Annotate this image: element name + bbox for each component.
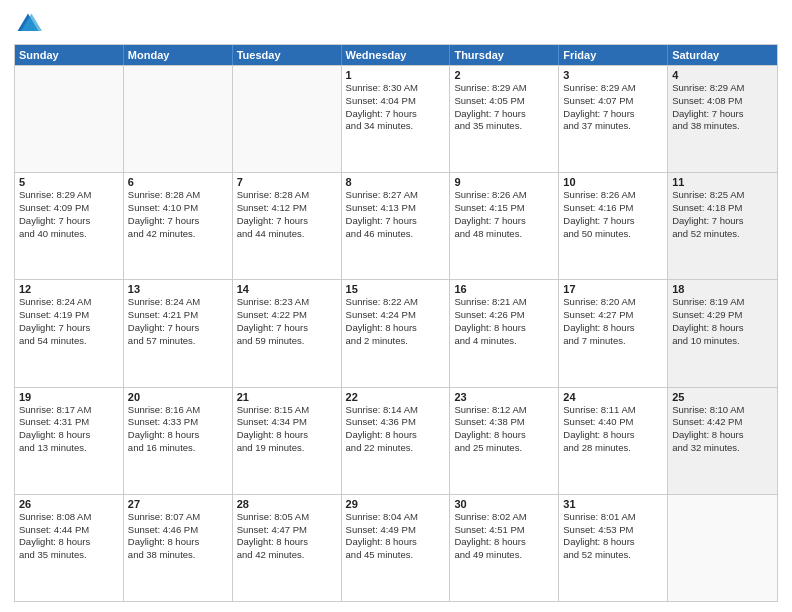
logo [14,10,46,38]
day-number: 6 [128,176,228,188]
calendar-header: SundayMondayTuesdayWednesdayThursdayFrid… [15,45,777,65]
cell-line: Sunset: 4:49 PM [346,524,446,537]
weekday-header-friday: Friday [559,45,668,65]
cell-line: Daylight: 7 hours [237,322,337,335]
cell-line: Sunset: 4:31 PM [19,416,119,429]
cal-cell: 16Sunrise: 8:21 AMSunset: 4:26 PMDayligh… [450,280,559,386]
day-number: 14 [237,283,337,295]
cal-cell: 11Sunrise: 8:25 AMSunset: 4:18 PMDayligh… [668,173,777,279]
cell-line: and 16 minutes. [128,442,228,455]
cell-line: Sunrise: 8:01 AM [563,511,663,524]
cal-cell: 14Sunrise: 8:23 AMSunset: 4:22 PMDayligh… [233,280,342,386]
day-number: 26 [19,498,119,510]
cell-line: Sunset: 4:27 PM [563,309,663,322]
cell-line: Sunrise: 8:24 AM [19,296,119,309]
day-number: 19 [19,391,119,403]
cal-cell: 21Sunrise: 8:15 AMSunset: 4:34 PMDayligh… [233,388,342,494]
cell-line: and 37 minutes. [563,120,663,133]
day-number: 21 [237,391,337,403]
cell-line: Sunset: 4:07 PM [563,95,663,108]
cell-line: Daylight: 7 hours [672,108,773,121]
cell-line: Daylight: 8 hours [346,429,446,442]
day-number: 16 [454,283,554,295]
cell-line: and 7 minutes. [563,335,663,348]
cell-line: Daylight: 8 hours [672,322,773,335]
day-number: 22 [346,391,446,403]
cal-cell: 4Sunrise: 8:29 AMSunset: 4:08 PMDaylight… [668,66,777,172]
cell-line: Sunrise: 8:28 AM [237,189,337,202]
day-number: 24 [563,391,663,403]
cal-cell: 27Sunrise: 8:07 AMSunset: 4:46 PMDayligh… [124,495,233,601]
cell-line: Sunset: 4:13 PM [346,202,446,215]
calendar: SundayMondayTuesdayWednesdayThursdayFrid… [14,44,778,602]
cell-line: Sunrise: 8:07 AM [128,511,228,524]
cal-cell: 30Sunrise: 8:02 AMSunset: 4:51 PMDayligh… [450,495,559,601]
cell-line: Sunrise: 8:19 AM [672,296,773,309]
cell-line: Sunset: 4:21 PM [128,309,228,322]
cal-cell: 20Sunrise: 8:16 AMSunset: 4:33 PMDayligh… [124,388,233,494]
cal-cell [233,66,342,172]
cal-cell: 31Sunrise: 8:01 AMSunset: 4:53 PMDayligh… [559,495,668,601]
cell-line: Daylight: 8 hours [672,429,773,442]
cell-line: Sunset: 4:18 PM [672,202,773,215]
cell-line: Sunset: 4:47 PM [237,524,337,537]
cell-line: Sunset: 4:46 PM [128,524,228,537]
cell-line: and 52 minutes. [563,549,663,562]
cell-line: Daylight: 7 hours [237,215,337,228]
cell-line: Sunset: 4:40 PM [563,416,663,429]
cal-cell: 5Sunrise: 8:29 AMSunset: 4:09 PMDaylight… [15,173,124,279]
cell-line: Daylight: 7 hours [346,108,446,121]
cell-line: Daylight: 7 hours [128,322,228,335]
cal-cell: 28Sunrise: 8:05 AMSunset: 4:47 PMDayligh… [233,495,342,601]
cal-cell: 8Sunrise: 8:27 AMSunset: 4:13 PMDaylight… [342,173,451,279]
day-number: 25 [672,391,773,403]
cal-cell: 3Sunrise: 8:29 AMSunset: 4:07 PMDaylight… [559,66,668,172]
cell-line: Sunset: 4:12 PM [237,202,337,215]
day-number: 3 [563,69,663,81]
cell-line: Sunrise: 8:04 AM [346,511,446,524]
cell-line: and 49 minutes. [454,549,554,562]
day-number: 18 [672,283,773,295]
cal-cell [668,495,777,601]
cal-cell: 6Sunrise: 8:28 AMSunset: 4:10 PMDaylight… [124,173,233,279]
logo-icon [14,10,42,38]
cell-line: Daylight: 8 hours [563,322,663,335]
cell-line: and 10 minutes. [672,335,773,348]
weekday-header-saturday: Saturday [668,45,777,65]
cell-line: Sunrise: 8:11 AM [563,404,663,417]
cell-line: Daylight: 8 hours [454,429,554,442]
header [14,10,778,38]
day-number: 20 [128,391,228,403]
cell-line: Sunset: 4:16 PM [563,202,663,215]
cal-cell: 23Sunrise: 8:12 AMSunset: 4:38 PMDayligh… [450,388,559,494]
day-number: 1 [346,69,446,81]
cell-line: Sunrise: 8:29 AM [19,189,119,202]
day-number: 5 [19,176,119,188]
weekday-header-thursday: Thursday [450,45,559,65]
cell-line: and 2 minutes. [346,335,446,348]
cell-line: Daylight: 7 hours [454,215,554,228]
cal-cell: 26Sunrise: 8:08 AMSunset: 4:44 PMDayligh… [15,495,124,601]
cell-line: Sunset: 4:33 PM [128,416,228,429]
cell-line: and 50 minutes. [563,228,663,241]
cell-line: and 54 minutes. [19,335,119,348]
cell-line: Sunrise: 8:16 AM [128,404,228,417]
cell-line: Sunset: 4:19 PM [19,309,119,322]
day-number: 9 [454,176,554,188]
cal-cell: 25Sunrise: 8:10 AMSunset: 4:42 PMDayligh… [668,388,777,494]
cell-line: and 42 minutes. [237,549,337,562]
cell-line: Sunset: 4:38 PM [454,416,554,429]
cal-cell: 1Sunrise: 8:30 AMSunset: 4:04 PMDaylight… [342,66,451,172]
weekday-header-sunday: Sunday [15,45,124,65]
cell-line: Sunrise: 8:14 AM [346,404,446,417]
weekday-header-tuesday: Tuesday [233,45,342,65]
cell-line: and 34 minutes. [346,120,446,133]
cell-line: Daylight: 7 hours [128,215,228,228]
cal-cell: 9Sunrise: 8:26 AMSunset: 4:15 PMDaylight… [450,173,559,279]
cell-line: and 35 minutes. [454,120,554,133]
day-number: 15 [346,283,446,295]
cal-cell: 22Sunrise: 8:14 AMSunset: 4:36 PMDayligh… [342,388,451,494]
weekday-header-wednesday: Wednesday [342,45,451,65]
cal-cell: 24Sunrise: 8:11 AMSunset: 4:40 PMDayligh… [559,388,668,494]
cell-line: Daylight: 7 hours [454,108,554,121]
